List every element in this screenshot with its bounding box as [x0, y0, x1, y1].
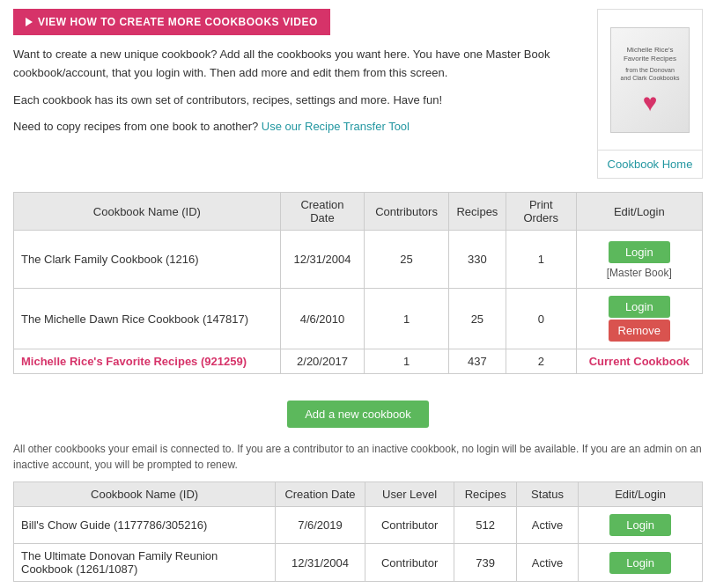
sec-login-button-2[interactable]: Login	[609, 552, 671, 574]
play-icon	[26, 18, 33, 26]
sec-name-2: The Ultimate Donovan Family Reunion Cook…	[14, 544, 276, 582]
desc-para2: Each cookbook has its own set of contrib…	[13, 92, 584, 110]
master-book-label: [Master Book]	[584, 267, 695, 279]
print-orders-2: 0	[506, 289, 576, 349]
table-row: Bill's Chow Guide (1177786/305216) 7/6/2…	[14, 507, 703, 544]
sec-header-status: Status	[516, 482, 578, 507]
video-button-label: VIEW HOW TO CREATE MORE COOKBOOKS VIDEO	[38, 16, 318, 28]
sec-header-name: Cookbook Name (ID)	[14, 482, 276, 507]
cookbook-name-1: The Clark Family Cookbook (1216)	[14, 231, 281, 289]
print-orders-1: 1	[506, 231, 576, 289]
desc-para1: Want to create a new unique cookbook? Ad…	[13, 46, 584, 83]
edit-login-3: Current Cookbook	[576, 349, 702, 374]
table-row: The Ultimate Donovan Family Reunion Cook…	[14, 544, 703, 582]
login-button-1[interactable]: Login	[609, 241, 670, 263]
header-edit-login: Edit/Login	[576, 193, 702, 231]
sec-name-1: Bill's Chow Guide (1177786/305216)	[14, 507, 276, 544]
sec-level-2: Contributor	[365, 544, 454, 582]
sec-recipes-1: 512	[454, 507, 516, 544]
main-table-header-row: Cookbook Name (ID) Creation Date Contrib…	[14, 193, 703, 231]
desc-para3-prefix: Need to copy recipes from one book to an…	[13, 120, 258, 133]
sec-header-recipes: Recipes	[454, 482, 516, 507]
sec-login-button-1[interactable]: Login	[609, 514, 671, 536]
sec-header-level: User Level	[365, 482, 454, 507]
description-text: Want to create a new unique cookbook? Ad…	[13, 46, 584, 136]
header-print-orders: Print Orders	[506, 193, 576, 231]
notice-text: All other cookbooks your email is connec…	[13, 441, 703, 473]
table-row: The Clark Family Cookbook (1216) 12/31/2…	[14, 231, 703, 289]
secondary-header-row: Cookbook Name (ID) Creation Date User Le…	[14, 482, 703, 507]
date-2: 4/6/2010	[280, 289, 365, 349]
date-1: 12/31/2004	[280, 231, 365, 289]
sec-recipes-2: 739	[454, 544, 516, 582]
table-row: Michelle Rice's Favorite Recipes (921259…	[14, 349, 703, 374]
edit-login-2: Login Remove	[576, 289, 702, 349]
sec-header-date: Creation Date	[276, 482, 365, 507]
sec-date-2: 12/31/2004	[276, 544, 365, 582]
print-orders-3: 2	[506, 349, 576, 374]
main-table-container: Cookbook Name (ID) Creation Date Contrib…	[13, 192, 703, 374]
sec-status-1: Active	[516, 507, 578, 544]
secondary-table-container: Cookbook Name (ID) Creation Date User Le…	[13, 481, 703, 582]
edit-login-1: Login [Master Book]	[576, 231, 702, 289]
video-button[interactable]: VIEW HOW TO CREATE MORE COOKBOOKS VIDEO	[13, 9, 330, 35]
recipe-transfer-link[interactable]: Use our Recipe Transfer Tool	[262, 120, 410, 133]
add-cookbook-button[interactable]: Add a new cookbook	[287, 401, 429, 428]
header-creation-date: Creation Date	[280, 193, 365, 231]
contributors-3: 1	[365, 349, 449, 374]
date-3: 2/20/2017	[280, 349, 365, 374]
login-button-2[interactable]: Login	[609, 296, 670, 318]
secondary-cookbooks-table: Cookbook Name (ID) Creation Date User Le…	[13, 481, 703, 582]
cookbook-image: Michelle Rice's Favorite Recipes from th…	[598, 10, 702, 151]
contributors-1: 25	[365, 231, 449, 289]
header-contributors: Contributors	[365, 193, 449, 231]
current-cookbook-link[interactable]: Michelle Rice's Favorite Recipes (921259…	[21, 355, 247, 368]
sec-level-1: Contributor	[365, 507, 454, 544]
cookbook-home-panel: Michelle Rice's Favorite Recipes from th…	[597, 9, 703, 179]
table-row: The Michelle Dawn Rice Cookbook (147817)…	[14, 289, 703, 349]
header-cookbook-name: Cookbook Name (ID)	[14, 193, 281, 231]
main-cookbooks-table: Cookbook Name (ID) Creation Date Contrib…	[13, 192, 703, 374]
remove-button-2[interactable]: Remove	[609, 320, 670, 342]
add-cookbook-section: Add a new cookbook	[13, 387, 703, 441]
cookbook-home-link[interactable]: Cookbook Home	[598, 151, 702, 178]
cookbook-name-2: The Michelle Dawn Rice Cookbook (147817)	[14, 289, 281, 349]
cookbook-name-3: Michelle Rice's Favorite Recipes (921259…	[14, 349, 281, 374]
sec-edit-1: Login	[579, 507, 703, 544]
current-cookbook-label: Current Cookbook	[589, 355, 690, 368]
cookbook-cover: Michelle Rice's Favorite Recipes from th…	[610, 27, 690, 133]
sec-status-2: Active	[516, 544, 578, 582]
recipes-1: 330	[448, 231, 506, 289]
sec-header-edit: Edit/Login	[579, 482, 703, 507]
sec-edit-2: Login	[579, 544, 703, 582]
recipes-2: 25	[448, 289, 506, 349]
desc-para3: Need to copy recipes from one book to an…	[13, 118, 584, 136]
heart-icon: ♥	[643, 89, 658, 117]
recipes-3: 437	[448, 349, 506, 374]
contributors-2: 1	[365, 289, 449, 349]
header-recipes: Recipes	[448, 193, 506, 231]
sec-date-1: 7/6/2019	[276, 507, 365, 544]
